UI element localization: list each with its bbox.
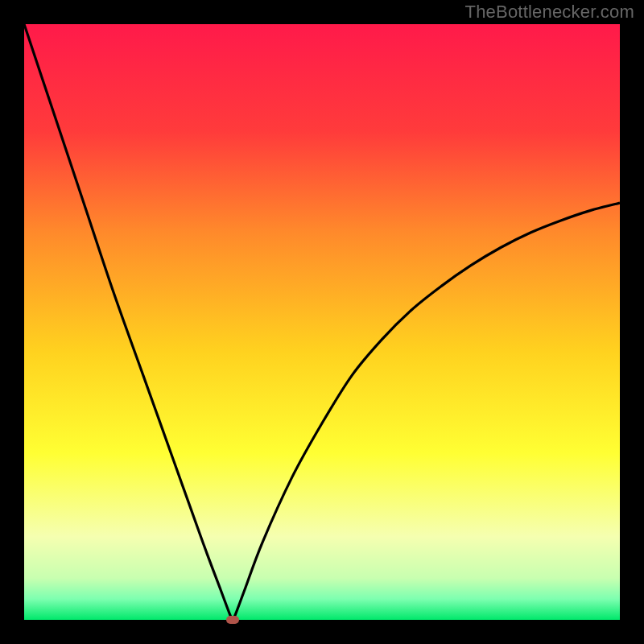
bottleneck-chart-svg — [24, 24, 620, 620]
watermark-text: TheBottlenecker.com — [465, 2, 634, 23]
minimum-marker — [226, 616, 239, 624]
gradient-background — [24, 24, 620, 620]
plot-area — [24, 24, 620, 620]
chart-frame: TheBottlenecker.com — [0, 0, 644, 644]
